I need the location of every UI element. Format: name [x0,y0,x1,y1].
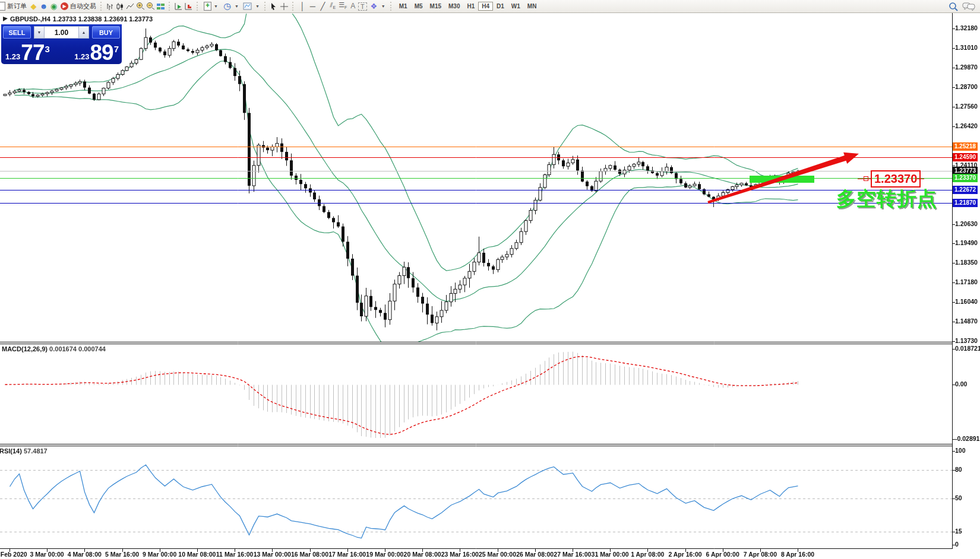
new-order-button[interactable]: 新订单 [0,1,29,12]
symbol-name: GBPUSD-,H4 [10,15,50,23]
price-tick-label: 1.28700 [955,83,978,90]
shapes-button[interactable]: ❖ ▼ [367,1,388,12]
symbol-triangle-icon [3,17,8,21]
candlestick-chart-type-icon[interactable] [116,2,126,11]
toolbar-separator [390,2,393,11]
toolbar-right-group [949,2,979,11]
price-line-badge: 1.25218 [953,142,978,151]
macd-label: MACD(12,26,9) 0.001674 0.000744 [2,345,106,352]
timeframe-button-m15[interactable]: M15 [426,2,445,11]
text-label-tool-icon[interactable]: T [358,2,367,11]
bid-price-prefix: 1.23 [5,53,20,61]
timeframe-group: M1M5M15M30H1H4D1W1MN [396,2,540,11]
chart-shift-icon[interactable] [184,2,194,11]
bar-chart-type-icon[interactable] [106,2,116,11]
clock-icon: ◷ [222,1,232,11]
chevron-down-icon: ▼ [255,4,260,8]
zoom-out-icon[interactable] [146,2,156,11]
shapes-arrows-icon: ❖ [369,1,379,11]
toolbar-separator [292,2,295,11]
buy-button[interactable]: BUY [92,26,120,39]
one-click-trading-panel: SELL ▼ 1.00 ▲ BUY 1.23 77 3 1.23 89 7 [1,24,122,64]
ask-price[interactable]: 1.23 89 7 [73,39,119,63]
price-tick-label: 1.16040 [955,298,978,305]
chat-icon[interactable] [962,2,975,11]
horizontal-line-tool-icon[interactable]: ─ [308,1,318,11]
zoom-in-icon[interactable] [136,2,146,11]
metaeditor-person-icon[interactable]: ☻ [39,1,49,11]
toolbar-separator [169,2,172,11]
rsi-axis-label: 0 [955,541,959,548]
macd-value-signal: 0.000744 [78,345,106,352]
bid-price[interactable]: 1.23 77 3 [4,39,50,63]
toolbar: 新订单 ◆ ☻ ◉ ▶ 自动交易 + ▼ ◷ [0,0,980,13]
price-tick-label: 1.20630 [955,220,978,227]
timeframe-button-w1[interactable]: W1 [508,2,524,11]
timeframe-button-m5[interactable]: M5 [411,2,426,11]
price-tick-label: 1.18350 [955,259,978,266]
rsi-axis-label: 100 [955,447,966,454]
timeframe-button-m30[interactable]: M30 [445,2,463,11]
price-chart-canvas[interactable] [0,0,980,559]
price-tick-label: 1.19490 [955,239,978,246]
rsi-axis-label: 50 [955,494,962,501]
rsi-value: 57.4817 [24,447,48,455]
chevron-down-icon: ▼ [381,4,385,8]
toolbar-separator [100,2,103,11]
text-tool-icon[interactable]: A [348,1,358,11]
ask-price-prefix: 1.23 [74,53,89,61]
templates-button[interactable]: ▼ [241,1,262,12]
cursor-icon[interactable] [270,2,280,11]
volume-down-button[interactable]: ▼ [34,26,45,39]
timeframe-button-m1[interactable]: M1 [396,2,411,11]
pivot-annotation-text[interactable]: 多空转折点 [836,186,937,212]
timeframe-button-h4[interactable]: H4 [478,2,493,11]
timeframe-button-h1[interactable]: H1 [463,2,478,11]
macd-value-main: 0.001674 [49,345,77,352]
price-tick-label: 1.14870 [955,317,978,325]
price-line-badge: 1.22672 [953,186,978,194]
auto-scroll-icon[interactable] [174,2,184,11]
price-tick-label: 1.17180 [955,278,978,285]
price-tick-label: 1.13730 [955,337,978,344]
toolbar-separator [264,2,267,11]
crosshair-icon[interactable] [280,2,290,11]
new-order-icon [0,2,5,11]
auto-trading-button[interactable]: ▶ 自动交易 [59,1,98,12]
timeframe-button-d1[interactable]: D1 [493,2,508,11]
symbol-info-line: GBPUSD-,H4 1.23733 1.23838 1.23691 1.237… [3,15,153,23]
rsi-axis-label: 15 [955,528,962,535]
vertical-line-tool-icon[interactable]: │ [298,1,308,11]
chevron-down-icon: ▼ [235,4,239,8]
price-tick-label: 1.32180 [955,24,978,31]
price-line-badge: 1.23370 [953,174,978,182]
price-line-badge: 1.21870 [953,199,978,207]
ask-price-pip: 7 [114,45,119,53]
signals-radar-icon[interactable]: ◉ [49,1,59,11]
macd-axis-label: 0.018721 [955,345,980,352]
sell-button[interactable]: SELL [3,26,31,39]
bid-price-pip: 3 [45,45,49,53]
trendline-tool-icon[interactable]: ╱ [318,1,328,11]
volume-up-button[interactable]: ▲ [78,26,89,39]
favorites-diamond-icon[interactable]: ◆ [29,1,39,11]
ask-price-big: 89 [90,42,113,63]
price-tick-label: 1.29870 [955,63,978,71]
timeframe-button-mn[interactable]: MN [524,2,540,11]
line-chart-type-icon[interactable] [126,2,136,11]
new-order-label: 新订单 [7,2,27,11]
symbol-ohlc: 1.23733 1.23838 1.23691 1.23773 [53,15,153,23]
time-axis-label: 8 Apr 16:00 [772,551,823,558]
fibonacci-tool-icon[interactable]: ☰F [338,0,348,12]
price-annotation-box[interactable]: 1.23370 [871,170,921,188]
periods-button[interactable]: ◷ ▼ [220,1,241,12]
rsi-label: RSI(14) 57.4817 [0,447,48,455]
price-tick-label: 1.31010 [955,44,978,51]
search-icon[interactable] [949,2,959,11]
tile-windows-icon[interactable] [156,2,166,11]
volume-input[interactable]: 1.00 [45,26,78,39]
price-tick-label: 1.26420 [955,122,978,129]
indicators-button[interactable]: + ▼ [202,1,220,12]
equidistant-channel-tool-icon[interactable]: ⫽E [328,0,338,12]
bid-price-big: 77 [21,42,44,63]
